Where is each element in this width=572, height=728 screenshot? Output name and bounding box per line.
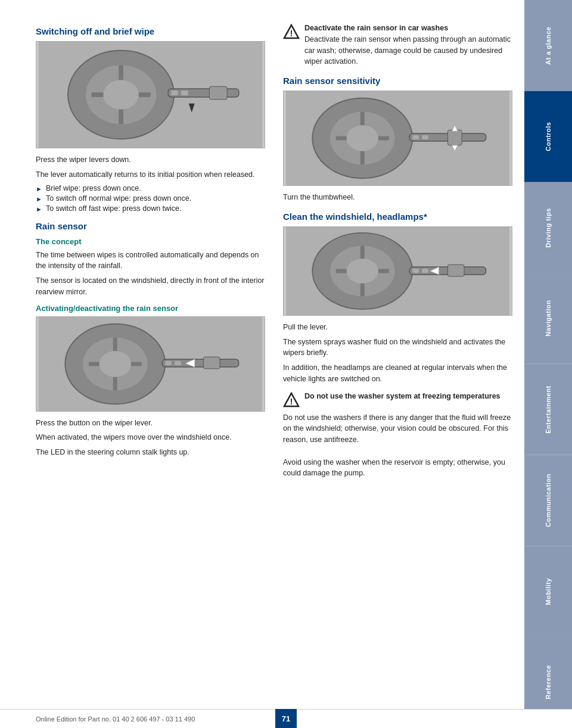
svg-point-16 <box>100 351 131 377</box>
svg-rect-9 <box>209 86 227 99</box>
svg-rect-53 <box>412 269 419 273</box>
bullet-brief-wipe: ► Brief wipe: press down once. <box>36 184 265 192</box>
svg-text:!: ! <box>290 397 293 406</box>
body-text-lever-returns: The lever automatically returns to its i… <box>36 169 265 181</box>
sidebar-tab-navigation[interactable]: Navigation <box>524 273 572 364</box>
image-rain-sensor-activate <box>36 316 265 412</box>
sidebar-tab-communication[interactable]: Communication <box>524 455 572 546</box>
warning-body-freezing: Do not use the washers if there is any d… <box>283 412 512 480</box>
svg-rect-37 <box>447 130 462 145</box>
body-text-pull-lever: Pull the lever. <box>283 322 512 333</box>
svg-point-31 <box>347 125 378 151</box>
body-text-press-button: Press the button on the wiper lever. <box>36 418 265 429</box>
section-title-rain-sensitivity: Rain sensor sensitivity <box>283 76 512 86</box>
svg-point-45 <box>347 259 378 283</box>
svg-rect-12 <box>181 91 188 95</box>
bullet-switch-fast: ► To switch off fast wipe: press down tw… <box>36 204 265 213</box>
image-wiper-lever <box>36 41 265 148</box>
svg-rect-51 <box>447 265 464 276</box>
warning-body-car-wash: Deactivate the rain sensor when passing … <box>304 34 512 67</box>
svg-text:!: ! <box>290 29 293 38</box>
svg-rect-24 <box>165 361 172 365</box>
image-clean-windshield <box>283 226 512 316</box>
svg-rect-41 <box>422 135 428 139</box>
warning-triangle-icon: ! <box>283 24 300 41</box>
footer-bar: Online Edition for Part no. 01 40 2 606 … <box>0 709 572 728</box>
body-text-press-wiper: Press the wiper levers down. <box>36 154 265 166</box>
svg-rect-21 <box>162 359 238 367</box>
sidebar-tab-controls[interactable]: Controls <box>524 91 572 182</box>
sidebar-tab-at-a-glance[interactable]: At a glance <box>524 0 572 91</box>
warning-block-car-wash: ! Deactivate the rain sensor in car wash… <box>283 23 512 67</box>
body-text-headlamps-cleaned: In addition, the headlamps are cleaned a… <box>283 362 512 385</box>
section-title-clean-windshield: Clean the windshield, headlamps* <box>283 211 512 222</box>
body-text-led: The LED in the steering column stalk lig… <box>36 447 265 458</box>
image-rain-sensitivity <box>283 91 512 186</box>
sidebar-tab-driving-tips[interactable]: Driving tips <box>524 182 572 273</box>
bullet-arrow-icon-2: ► <box>36 195 42 203</box>
page-number: 71 <box>275 709 297 728</box>
bullet-switch-normal: ► To switch off normal wipe: press down … <box>36 194 265 203</box>
svg-rect-25 <box>175 361 181 365</box>
sidebar: At a glance Controls Driving tips Naviga… <box>524 0 572 728</box>
warning-title-car-wash: Deactivate the rain sensor in car washes <box>304 23 512 34</box>
bullet-arrow-icon: ► <box>36 185 42 192</box>
svg-rect-54 <box>422 269 428 273</box>
body-text-turn-thumbwheel: Turn the thumbwheel. <box>283 192 512 203</box>
svg-rect-8 <box>168 89 239 97</box>
footer-text: Online Edition for Part no. 01 40 2 606 … <box>36 715 195 723</box>
section-title-activating: Activating/deactivating the rain sensor <box>36 304 265 313</box>
section-title-rain-sensor: Rain sensor <box>36 221 265 231</box>
warning-triangle-icon-2: ! <box>283 392 300 409</box>
body-text-time-between: The time between wipes is controlled aut… <box>36 250 265 272</box>
warning-block-freezing: ! Do not use the washer system at freezi… <box>283 391 512 409</box>
svg-point-3 <box>103 80 138 109</box>
bullet-arrow-icon-3: ► <box>36 206 42 213</box>
warning-title-freezing: Do not use the washer system at freezing… <box>304 391 500 402</box>
body-text-sprays-washer: The system sprays washer fluid on the wi… <box>283 337 512 359</box>
sidebar-tab-entertainment[interactable]: Entertainment <box>524 364 572 455</box>
svg-rect-22 <box>203 357 220 369</box>
sidebar-tab-mobility[interactable]: Mobility <box>524 546 572 637</box>
section-title-switching-off: Switching off and brief wipe <box>36 26 265 36</box>
body-text-sensor-located: The sensor is located on the windshield,… <box>36 275 265 298</box>
svg-rect-40 <box>412 135 419 139</box>
section-title-concept: The concept <box>36 237 265 246</box>
svg-rect-11 <box>171 91 178 95</box>
body-text-when-activated: When activated, the wipers move over the… <box>36 432 265 443</box>
